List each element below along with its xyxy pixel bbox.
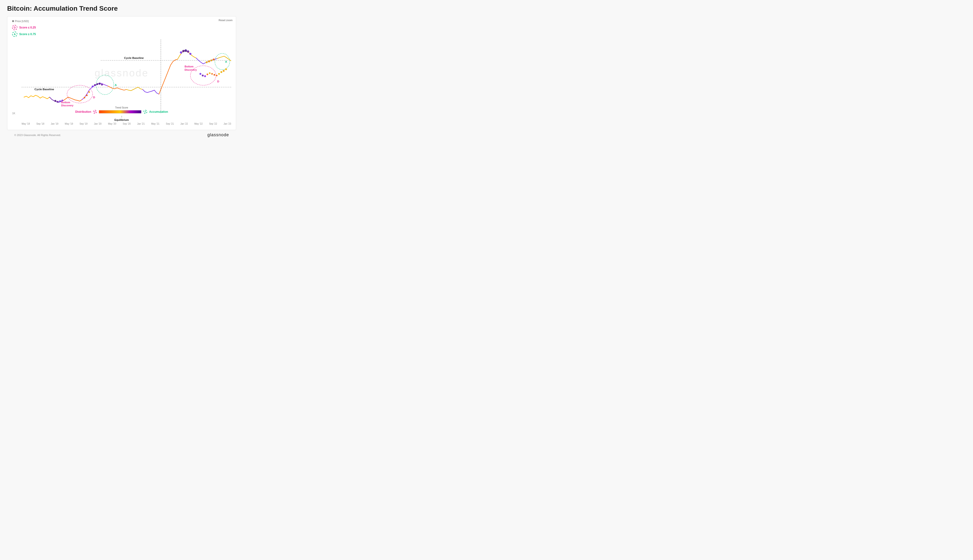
svg-point-16 (54, 100, 56, 102)
legend-item-d: D Score ≤ 0.25 (12, 25, 36, 30)
svg-text:A: A (115, 83, 117, 87)
legend-a-score: Score ≥ 0.75 (19, 33, 36, 36)
trend-a-circle: A (144, 110, 147, 114)
svg-point-27 (89, 91, 90, 93)
legend-a-circle: A (12, 32, 17, 37)
svg-point-30 (185, 49, 187, 52)
x-label-11: Jan '22 (180, 122, 188, 125)
svg-point-28 (180, 51, 182, 53)
x-label-12: May '22 (194, 122, 202, 125)
svg-point-41 (218, 73, 220, 75)
svg-point-35 (204, 75, 206, 77)
svg-point-17 (57, 101, 59, 103)
accumulation-label: Accumulation (149, 110, 168, 113)
trend-score-title: Trend Score (115, 107, 128, 109)
svg-point-29 (182, 50, 185, 52)
x-label-14: Jan '23 (224, 122, 231, 125)
x-label-4: Sep '19 (80, 122, 88, 125)
y-axis-min-label: 1K (12, 112, 15, 115)
svg-point-40 (216, 75, 217, 77)
legend-d-circle: D (12, 25, 17, 30)
svg-point-38 (211, 73, 213, 75)
footer: © 2023 Glassnode. All Rights Reserved. g… (7, 130, 236, 140)
svg-point-48 (213, 58, 215, 60)
equilibrium-area: ↓ Equilibrium (114, 115, 129, 121)
legend-item-a: A Score ≥ 0.75 (12, 32, 36, 37)
svg-point-39 (214, 74, 215, 76)
reset-zoom-button[interactable]: Reset zoom (219, 19, 232, 22)
svg-point-20 (92, 85, 94, 87)
x-label-9: May '21 (151, 122, 159, 125)
x-label-0: May '18 (22, 122, 30, 125)
svg-point-42 (221, 71, 222, 73)
page-title: Bitcoin: Accumulation Trend Score (7, 5, 236, 12)
svg-text:Discovery: Discovery (185, 68, 197, 71)
trend-score-area: Trend Score Distribution D A Accumulatio… (75, 107, 168, 121)
x-axis: May '18 Sep '18 Jan '19 May '19 Sep '19 … (22, 122, 231, 125)
svg-point-18 (59, 100, 61, 102)
equilibrium-label: Equilibrium (114, 118, 129, 121)
legend-d-score: Score ≤ 0.25 (19, 26, 36, 29)
svg-text:A: A (225, 60, 227, 63)
svg-point-26 (86, 95, 88, 96)
x-label-13: Sep '22 (209, 122, 217, 125)
svg-point-23 (99, 83, 101, 85)
svg-point-22 (97, 83, 99, 85)
price-dot-icon (12, 20, 14, 22)
svg-point-44 (225, 68, 227, 70)
svg-text:Discovery: Discovery (61, 104, 74, 107)
svg-point-31 (187, 50, 189, 53)
svg-text:D: D (93, 96, 95, 99)
chart-svg: Cycle Baseline Cycle Baseline Bottom Dis… (22, 38, 231, 116)
svg-point-43 (223, 70, 225, 72)
x-label-5: Jan '20 (94, 122, 102, 125)
footer-copyright: © 2023 Glassnode. All Rights Reserved. (14, 133, 61, 137)
svg-point-32 (189, 53, 191, 55)
svg-text:Bottom: Bottom (61, 101, 70, 104)
x-label-3: May '19 (65, 122, 73, 125)
svg-point-46 (208, 60, 210, 62)
footer-logo: glassnode (207, 132, 229, 137)
trend-bar-row: Distribution D A Accumulation (75, 110, 168, 114)
svg-text:D: D (217, 80, 219, 83)
chart-container: Reset zoom Price [USD] D Score ≤ 0.25 A … (7, 16, 236, 130)
svg-point-21 (94, 84, 96, 86)
svg-point-36 (207, 73, 208, 75)
svg-point-19 (62, 100, 63, 102)
x-label-6: May '20 (108, 122, 116, 125)
eq-arrow-icon: ↓ (121, 115, 122, 118)
svg-point-47 (211, 59, 212, 61)
svg-text:Cycle Baseline: Cycle Baseline (34, 88, 54, 91)
trend-d-circle: D (93, 110, 97, 114)
legend: D Score ≤ 0.25 A Score ≥ 0.75 (12, 25, 36, 37)
svg-point-45 (206, 61, 207, 63)
distribution-label: Distribution (75, 110, 91, 113)
svg-point-4 (67, 85, 93, 103)
chart-area: Cycle Baseline Cycle Baseline Bottom Dis… (22, 38, 231, 116)
svg-point-25 (84, 97, 85, 98)
svg-text:Cycle Baseline: Cycle Baseline (124, 56, 144, 59)
price-label: Price [USD] (12, 20, 28, 23)
x-label-8: Jan '21 (137, 122, 145, 125)
svg-point-24 (101, 83, 103, 85)
x-label-2: Jan '19 (51, 122, 59, 125)
x-label-7: Sep '20 (123, 122, 131, 125)
x-label-1: Sep '18 (36, 122, 44, 125)
svg-point-34 (202, 75, 204, 77)
svg-point-37 (209, 72, 211, 74)
trend-bar (99, 110, 142, 113)
page-wrapper: Bitcoin: Accumulation Trend Score Reset … (0, 0, 243, 142)
svg-text:Bottom: Bottom (185, 65, 194, 68)
x-label-10: Sep '21 (166, 122, 174, 125)
svg-point-14 (215, 53, 230, 70)
svg-point-33 (199, 73, 201, 75)
